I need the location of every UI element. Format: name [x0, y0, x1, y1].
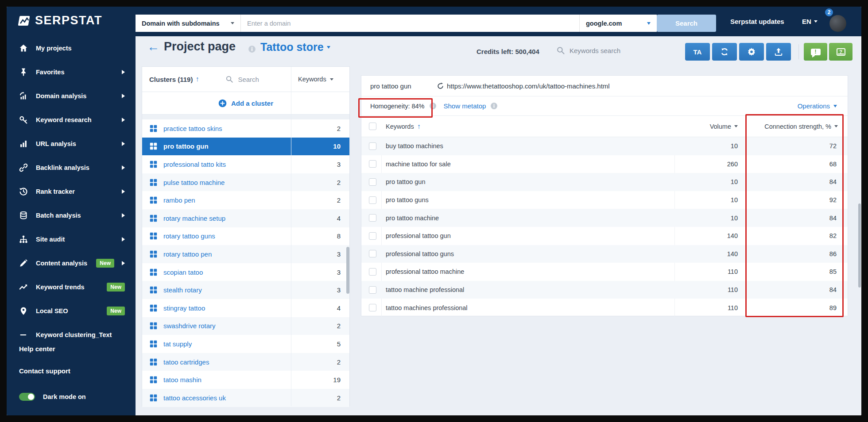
- cluster-row-tatoo-cartridges[interactable]: tatoo cartridges2: [142, 353, 349, 371]
- cluster-row-rotary-tattoo-guns[interactable]: rotary tattoo guns8: [142, 227, 349, 246]
- cluster-row-tatoo-mashin[interactable]: tatoo mashin19: [142, 371, 349, 389]
- info-icon[interactable]: [429, 102, 437, 110]
- cluster-row-tattoo-accessories-uk[interactable]: tattoo accessories uk2: [142, 389, 349, 407]
- cluster-row-swashdrive-rotary[interactable]: swashdrive rotary2: [142, 317, 349, 335]
- user-avatar[interactable]: [829, 15, 846, 32]
- add-cluster-button[interactable]: Add a cluster: [142, 92, 349, 114]
- search-engine-select[interactable]: google.com: [579, 15, 657, 32]
- cluster-row-stingray-tattoo[interactable]: stingray tattoo4: [142, 299, 349, 317]
- sidebar-item-keyword-trends[interactable]: Keyword trendsNew: [7, 275, 136, 299]
- sidebar-item-my-projects[interactable]: My projects: [7, 36, 136, 60]
- cluster-row-rambo-pen[interactable]: rambo pen2: [142, 191, 349, 209]
- cluster-row-rotary-tattoo-pen[interactable]: rotary tattoo pen3: [142, 245, 349, 263]
- cluster-name[interactable]: scopian tatoo: [163, 269, 203, 276]
- sidebar-item-favorites[interactable]: Favorites: [7, 60, 136, 84]
- sidebar-item-batch-analysis[interactable]: Batch analysis: [7, 203, 136, 227]
- help-center-link[interactable]: Help center: [19, 345, 70, 353]
- row-checkbox[interactable]: [369, 304, 376, 311]
- info-icon[interactable]: [248, 45, 256, 53]
- row-checkbox[interactable]: [369, 250, 376, 257]
- cluster-row-rotary-machine-setup[interactable]: rotary machine setup4: [142, 209, 349, 227]
- cluster-name[interactable]: rambo pen: [163, 196, 195, 204]
- row-checkbox[interactable]: [369, 268, 376, 276]
- keyword-row-machine-tattoo-for-sale[interactable]: machine tattoo for sale26068: [361, 155, 848, 173]
- connection-column-header[interactable]: Connection strength, %: [764, 123, 838, 130]
- clusters-keywords-column-header[interactable]: Keywords: [298, 76, 333, 83]
- cluster-name[interactable]: stingray tattoo: [163, 304, 205, 312]
- row-checkbox[interactable]: [369, 232, 376, 240]
- cluster-name[interactable]: rotary tattoo pen: [163, 250, 212, 258]
- sidebar-item-keyword-research[interactable]: Keyword research: [7, 108, 136, 132]
- clusters-scrollbar-thumb[interactable]: [346, 247, 349, 294]
- search-type-select[interactable]: Domain with subdomains: [136, 15, 241, 32]
- keywords-sort-arrow[interactable]: ↑: [417, 123, 421, 130]
- language-select[interactable]: EN: [802, 7, 818, 36]
- keyword-row-pro-tattoo-gun[interactable]: pro tattoo gun1084: [361, 173, 848, 191]
- keyword-row-professional-tattoo-machine[interactable]: professional tattoo machine11085: [361, 263, 848, 281]
- keyword-row-pro-tattoo-machine[interactable]: pro tattoo machine1084: [361, 209, 848, 227]
- select-all-checkbox[interactable]: [369, 123, 376, 130]
- cluster-name[interactable]: tatoo cartridges: [163, 358, 209, 366]
- clusters-sort-arrow[interactable]: ↑: [195, 75, 199, 83]
- cluster-row-pro-tattoo-gun[interactable]: pro tattoo gun10: [142, 138, 349, 156]
- sidebar-item-backlink-analysis[interactable]: Backlink analysis: [7, 156, 136, 180]
- keywords-column-header[interactable]: Keywords ↑: [386, 123, 421, 130]
- cluster-name[interactable]: tatoo mashin: [163, 376, 202, 384]
- row-checkbox[interactable]: [369, 196, 376, 204]
- cluster-url-link[interactable]: https://www.thetattooshop.com/uk/tattoo-…: [437, 82, 610, 90]
- clusters-search[interactable]: [225, 75, 287, 83]
- show-metatop-link[interactable]: Show metatop: [444, 102, 486, 110]
- row-checkbox[interactable]: [369, 160, 376, 168]
- sidebar-item-domain-analysis[interactable]: Domain analysis: [7, 84, 136, 108]
- cluster-name[interactable]: pulse tattoo machine: [163, 179, 225, 186]
- keyword-row-tattoo-machines-professional[interactable]: tattoo machines professional11089: [361, 299, 848, 317]
- cluster-name[interactable]: swashdrive rotary: [163, 322, 216, 330]
- keyword-row-tattoo-machine-professional[interactable]: tattoo machine professional11084: [361, 281, 848, 299]
- help-guide-button[interactable]: ?: [829, 43, 852, 61]
- domain-input[interactable]: [241, 15, 579, 32]
- clusters-search-input[interactable]: [238, 76, 287, 83]
- row-checkbox[interactable]: [369, 214, 376, 222]
- keyword-row-pro-tattoo-guns[interactable]: pro tattoo guns1092: [361, 191, 848, 209]
- cluster-row-professional-tatto-kits[interactable]: professional tatto kits3: [142, 155, 349, 173]
- cluster-name[interactable]: practice tattoo skins: [163, 125, 222, 132]
- page-scrollbar-thumb[interactable]: [858, 203, 861, 288]
- info-icon[interactable]: [490, 102, 498, 110]
- sidebar-item-rank-tracker[interactable]: Rank tracker: [7, 180, 136, 203]
- sidebar-item-content-analysis[interactable]: Content analysisNew: [7, 251, 136, 275]
- settings-button[interactable]: [739, 43, 764, 61]
- text-analysis-button[interactable]: TA: [685, 43, 710, 61]
- volume-column-header[interactable]: Volume: [710, 123, 738, 130]
- feedback-button[interactable]: !: [804, 43, 827, 61]
- keyword-row-professional-tattoo-gun[interactable]: professional tattoo gun14082: [361, 227, 848, 245]
- cluster-row-practice-tattoo-skins[interactable]: practice tattoo skins2: [142, 119, 349, 138]
- cluster-name[interactable]: rotary machine setup: [163, 215, 225, 222]
- contact-support-link[interactable]: Contact support: [19, 367, 70, 375]
- search-button[interactable]: Search: [657, 15, 716, 32]
- cluster-name[interactable]: tattoo accessories uk: [163, 394, 226, 402]
- cluster-name[interactable]: tat supply: [163, 340, 192, 348]
- row-checkbox[interactable]: [369, 178, 376, 186]
- serpstat-logo[interactable]: SERPSTAT: [17, 14, 102, 27]
- sidebar-item-keyword-clustering-text[interactable]: Keyword clustering_Text: [7, 323, 136, 340]
- sidebar-item-site-audit[interactable]: Site audit: [7, 227, 136, 251]
- operations-dropdown[interactable]: Operations: [798, 102, 837, 110]
- cluster-name[interactable]: stealth rotary: [163, 286, 202, 294]
- sidebar-item-url-analysis[interactable]: URL analysis: [7, 132, 136, 156]
- row-checkbox[interactable]: [369, 142, 376, 150]
- project-selector[interactable]: Tattoo store: [260, 41, 330, 54]
- sidebar-item-local-seo[interactable]: Local SEONew: [7, 299, 136, 323]
- cluster-name[interactable]: pro tattoo gun: [163, 142, 209, 150]
- keyword-row-buy-tattoo-machines[interactable]: buy tattoo machines1072: [361, 137, 848, 155]
- dark-mode-toggle-row[interactable]: Dark mode on: [19, 393, 86, 401]
- serpstat-updates-link[interactable]: Serpstat updates: [730, 7, 784, 36]
- cluster-row-scopian-tatoo[interactable]: scopian tatoo3: [142, 263, 349, 281]
- cluster-name[interactable]: rotary tattoo guns: [163, 232, 215, 240]
- cluster-row-pulse-tattoo-machine[interactable]: pulse tattoo machine2: [142, 173, 349, 192]
- cluster-row-tat-supply[interactable]: tat supply5: [142, 335, 349, 353]
- notification-badge[interactable]: 2: [824, 8, 834, 17]
- keywords-search[interactable]: Keywords search: [556, 46, 620, 55]
- dark-mode-toggle[interactable]: [19, 393, 35, 401]
- refresh-button[interactable]: [712, 43, 737, 61]
- export-button[interactable]: [766, 43, 791, 61]
